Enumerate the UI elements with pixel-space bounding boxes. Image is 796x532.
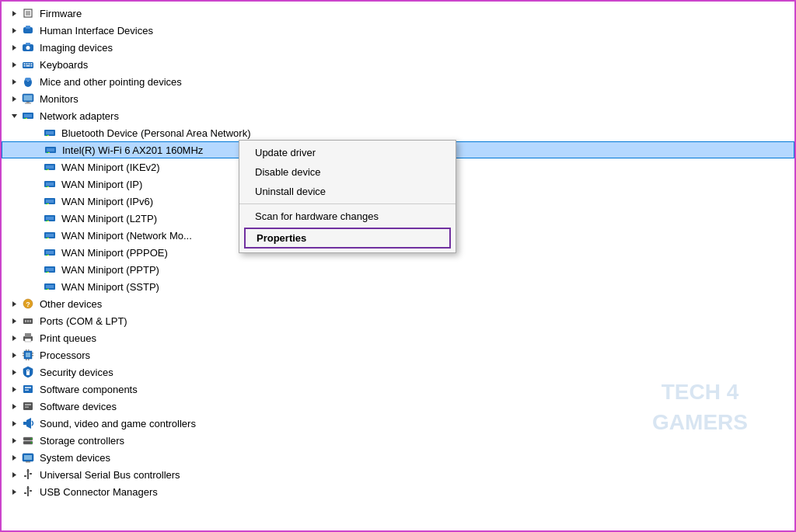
expand-btn-sound[interactable] bbox=[8, 417, 20, 429]
tree-item-security[interactable]: Security devices bbox=[2, 363, 794, 381]
label-wan_ipv6: WAN Miniport (IPv6) bbox=[61, 196, 153, 207]
tree-item-firmware[interactable]: Firmware bbox=[2, 5, 794, 22]
svg-point-47 bbox=[46, 186, 47, 188]
tree-item-imaging[interactable]: Imaging devices bbox=[2, 39, 794, 56]
icon-usb_conn bbox=[22, 485, 36, 499]
svg-marker-73 bbox=[12, 301, 16, 307]
icon-imaging bbox=[22, 40, 36, 54]
expand-btn-network[interactable] bbox=[8, 110, 20, 122]
svg-marker-121 bbox=[26, 469, 30, 471]
svg-rect-91 bbox=[32, 355, 33, 356]
label-network: Network adapters bbox=[40, 110, 119, 122]
expand-btn-hid[interactable] bbox=[8, 24, 20, 37]
svg-rect-127 bbox=[30, 490, 32, 492]
icon-hid bbox=[22, 23, 36, 37]
svg-rect-16 bbox=[24, 65, 26, 67]
svg-marker-124 bbox=[12, 489, 16, 495]
svg-marker-96 bbox=[12, 370, 16, 375]
svg-point-68 bbox=[47, 272, 49, 273]
menu-item-update_driver[interactable]: Update driver bbox=[239, 143, 456, 162]
label-print: Print queues bbox=[40, 332, 96, 344]
label-sw_devices: Software devices bbox=[40, 401, 117, 412]
label-wan_pppoe: WAN Miniport (PPPOE) bbox=[61, 247, 168, 259]
expand-btn-keyboards[interactable] bbox=[8, 58, 20, 71]
expand-btn-monitors[interactable] bbox=[8, 92, 20, 105]
expand-btn-security[interactable] bbox=[8, 366, 20, 378]
svg-point-39 bbox=[47, 152, 48, 154]
svg-rect-104 bbox=[23, 402, 33, 410]
expand-btn-print[interactable] bbox=[8, 332, 20, 344]
icon-sw_devices bbox=[22, 399, 36, 413]
tree-item-network[interactable]: Network adapters bbox=[2, 107, 794, 124]
svg-point-31 bbox=[24, 118, 26, 120]
tree-item-sw_devices[interactable]: Software devices bbox=[2, 398, 794, 415]
expand-btn-usb_conn[interactable] bbox=[8, 485, 20, 498]
tree-item-storage[interactable]: Storage controllers bbox=[2, 432, 794, 449]
tree-item-print[interactable]: Print queues bbox=[2, 329, 794, 346]
menu-item-uninstall_device[interactable]: Uninstall device bbox=[239, 182, 456, 201]
label-imaging: Imaging devices bbox=[40, 42, 113, 54]
label-wan_ikev2: WAN Miniport (IKEv2) bbox=[61, 162, 160, 173]
svg-point-64 bbox=[47, 255, 49, 256]
expand-btn-ports[interactable] bbox=[8, 315, 20, 327]
icon-other_dev: ? bbox=[22, 297, 36, 311]
expand-btn-processors[interactable] bbox=[8, 349, 20, 361]
svg-rect-17 bbox=[26, 65, 30, 67]
svg-rect-66 bbox=[46, 268, 54, 271]
tree-item-bluetooth[interactable]: Bluetooth Device (Personal Area Network) bbox=[2, 124, 794, 141]
label-processors: Processors bbox=[40, 349, 90, 361]
expand-btn-mice[interactable] bbox=[8, 75, 20, 88]
expand-btn-storage[interactable] bbox=[8, 434, 20, 447]
tree-item-hid[interactable]: Human Interface Devices bbox=[2, 22, 794, 39]
svg-marker-81 bbox=[12, 336, 16, 341]
tree-item-mice[interactable]: Mice and other pointing devices bbox=[2, 73, 794, 90]
icon-sw_components bbox=[22, 382, 36, 396]
tree-item-usb[interactable]: Universal Serial Bus controllers bbox=[2, 466, 794, 483]
label-wan_sstp: WAN Miniport (SSTP) bbox=[61, 281, 159, 293]
label-usb: Universal Serial Bus controllers bbox=[40, 469, 180, 481]
tree-item-ports[interactable]: Ports (COM & LPT) bbox=[2, 312, 794, 329]
label-bluetooth: Bluetooth Device (Personal Area Network) bbox=[61, 127, 251, 139]
icon-ports bbox=[22, 314, 36, 328]
icon-bluetooth bbox=[44, 126, 58, 140]
tree-item-monitors[interactable]: Monitors bbox=[2, 90, 794, 107]
tree-item-wan_sstp[interactable]: WAN Miniport (SSTP) bbox=[2, 278, 794, 295]
svg-rect-27 bbox=[25, 103, 31, 104]
label-wan_ip: WAN Miniport (IP) bbox=[61, 179, 142, 190]
svg-point-71 bbox=[46, 289, 47, 290]
device-manager-panel[interactable]: FirmwareHuman Interface DevicesImaging d… bbox=[2, 2, 794, 530]
expand-btn-usb[interactable] bbox=[8, 468, 20, 481]
expand-btn-imaging[interactable] bbox=[8, 41, 20, 54]
expand-btn-other_dev[interactable] bbox=[8, 297, 20, 310]
svg-rect-101 bbox=[25, 387, 31, 388]
expand-btn-firmware[interactable] bbox=[8, 7, 20, 19]
label-sw_components: Software components bbox=[40, 384, 138, 395]
tree-item-processors[interactable]: Processors bbox=[2, 346, 794, 363]
tree-item-sw_components[interactable]: Software components bbox=[2, 381, 794, 398]
tree-item-wan_pptp[interactable]: WAN Miniport (PPTP) bbox=[2, 261, 794, 278]
icon-mice bbox=[22, 75, 36, 89]
expand-btn-sw_components[interactable] bbox=[8, 383, 20, 395]
tree-item-keyboards[interactable]: Keyboards bbox=[2, 56, 794, 73]
svg-rect-78 bbox=[25, 320, 26, 322]
menu-item-disable_device[interactable]: Disable device bbox=[239, 162, 456, 182]
svg-rect-83 bbox=[25, 333, 31, 337]
expand-btn-sw_devices[interactable] bbox=[8, 400, 20, 412]
svg-marker-28 bbox=[12, 114, 17, 118]
svg-point-55 bbox=[46, 221, 47, 222]
label-firmware: Firmware bbox=[40, 8, 82, 19]
expand-btn-system[interactable] bbox=[8, 451, 20, 464]
svg-rect-54 bbox=[46, 217, 54, 220]
menu-item-properties[interactable]: Properties bbox=[244, 228, 451, 249]
tree-item-other_dev[interactable]: ?Other devices bbox=[2, 295, 794, 312]
svg-point-56 bbox=[47, 221, 49, 222]
tree-item-usb_conn[interactable]: USB Connector Managers bbox=[2, 483, 794, 500]
svg-rect-84 bbox=[25, 339, 31, 342]
tree-item-sound[interactable]: Sound, video and game controllers bbox=[2, 415, 794, 432]
svg-marker-10 bbox=[12, 62, 16, 68]
svg-rect-14 bbox=[29, 64, 30, 65]
tree-item-system[interactable]: System devices bbox=[2, 449, 794, 466]
menu-item-scan_hardware[interactable]: Scan for hardware changes bbox=[239, 207, 456, 226]
icon-monitors bbox=[22, 92, 36, 106]
svg-point-113 bbox=[31, 438, 33, 440]
